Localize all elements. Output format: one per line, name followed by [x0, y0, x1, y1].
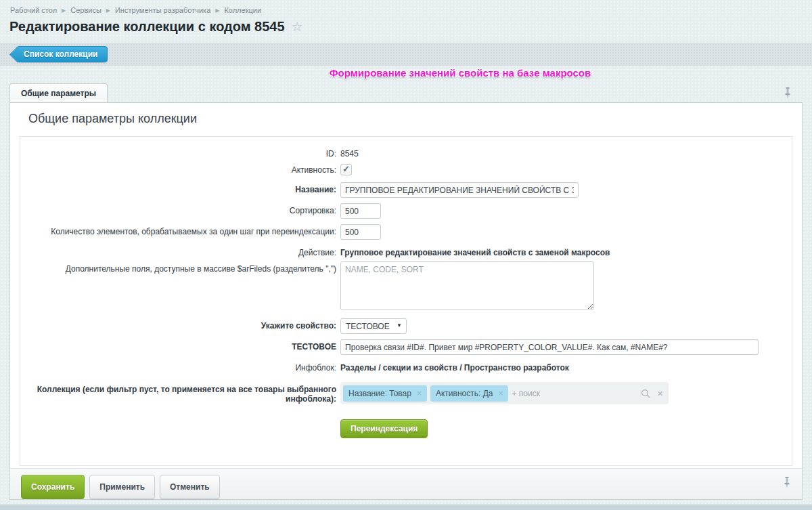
apply-button[interactable]: Применить: [89, 475, 155, 499]
property-select-wrap: ТЕСТОВОЕ: [340, 318, 407, 334]
edit-form-body: Общие параметры коллекции ID: 8545 Актив…: [10, 103, 802, 469]
sort-input[interactable]: [340, 203, 381, 219]
form-row-extra-fields: Дополнительные поля, доступные в массиве…: [20, 261, 792, 313]
save-button[interactable]: Сохранить: [21, 475, 85, 499]
filter-search-placeholder[interactable]: + поиск: [512, 389, 539, 398]
test-property-input[interactable]: [340, 339, 759, 355]
action-value: Групповое редактирование значений свойст…: [340, 245, 610, 257]
collection-list-button[interactable]: Список коллекции: [16, 46, 108, 62]
page-title: Редактирование коллекции с кодом 8545: [9, 19, 285, 35]
name-input[interactable]: [340, 182, 579, 198]
reindex-button[interactable]: Переиндексация: [340, 419, 428, 438]
tab-general-parameters[interactable]: Общие параметры: [9, 83, 108, 102]
form-footer: Сохранить Применить Отменить: [10, 468, 802, 499]
iblock-value: Разделы / секции из свойств / Пространст…: [340, 360, 569, 373]
action-label: Действие:: [20, 245, 340, 257]
id-value: 8545: [340, 146, 359, 158]
form-row-step: Количество элементов, обрабатываемых за …: [20, 224, 792, 240]
pin-icon[interactable]: [784, 87, 792, 102]
collection-filter-label: Коллекция (если фильтр пуст, то применяе…: [20, 382, 340, 404]
page-bottom-strip: [0, 505, 812, 510]
form-row-active: Активность:: [20, 163, 792, 178]
name-label: Название:: [20, 182, 340, 194]
filter-tag-label: Активность: Да: [436, 389, 493, 398]
form-row-collection-filter: Коллекция (если фильтр пуст, то применяе…: [20, 382, 792, 404]
active-checkbox[interactable]: [340, 164, 352, 175]
form-row-reindex: Переиндексация: [20, 419, 792, 438]
sort-label: Сортировка:: [20, 203, 340, 215]
section-title: Общие параметры коллекции: [20, 112, 792, 126]
macro-note-text: Формирование значений свойств на базе ма…: [330, 67, 591, 79]
page-header: Редактирование коллекции с кодом 8545 ☆: [0, 14, 812, 35]
form-row-test-property: ТЕСТОВОЕ: [20, 339, 792, 355]
breadcrumb-separator-icon: ▶: [62, 7, 66, 14]
tag-remove-icon[interactable]: ×: [498, 389, 503, 398]
filter-tag[interactable]: Активность: Да ×: [430, 385, 509, 402]
extra-fields-label: Дополнительные поля, доступные в массиве…: [20, 261, 340, 274]
form-row-name: Название:: [20, 182, 792, 198]
form-row-action: Действие: Групповое редактирование значе…: [20, 245, 792, 257]
breadcrumb-item-collections[interactable]: Коллекции: [224, 6, 261, 14]
step-input[interactable]: [340, 224, 381, 240]
form-row-iblock: Инфоблок: Разделы / секции из свойств / …: [20, 360, 792, 373]
property-select-label: Укажите свойство:: [20, 318, 340, 331]
pin-icon[interactable]: [783, 477, 791, 492]
edit-form-card: Общие параметры коллекции ID: 8545 Актив…: [9, 102, 803, 500]
reindex-spacer: [20, 419, 340, 422]
breadcrumb-item-services[interactable]: Сервисы: [70, 6, 102, 14]
collection-list-button-label: Список коллекции: [24, 49, 97, 59]
form-row-property-select: Укажите свойство: ТЕСТОВОЕ: [20, 318, 792, 334]
active-label: Активность:: [20, 163, 340, 175]
context-toolbar: Список коллекции: [0, 43, 812, 66]
filter-tag-label: Название: Товар: [348, 389, 411, 398]
breadcrumb-item-devtools[interactable]: Инструменты разработчика: [115, 6, 210, 14]
tagbox-actions: ×: [641, 387, 663, 399]
cancel-button[interactable]: Отменить: [160, 475, 220, 499]
search-icon[interactable]: [641, 389, 650, 398]
breadcrumb-separator-icon: ▶: [215, 7, 219, 14]
form-row-sort: Сортировка:: [20, 203, 792, 219]
test-property-label: ТЕСТОВОЕ: [20, 339, 340, 352]
form-fieldset: ID: 8545 Активность: Название: Сортировк…: [20, 136, 792, 466]
iblock-label: Инфоблок:: [20, 360, 340, 373]
note-row: Формирование значений свойств на базе ма…: [0, 67, 812, 83]
breadcrumb-separator-icon: ▶: [106, 7, 110, 14]
id-label: ID:: [20, 146, 340, 158]
tag-remove-icon[interactable]: ×: [417, 389, 422, 398]
favorite-star-icon[interactable]: ☆: [292, 20, 303, 33]
breadcrumb-item-desktop[interactable]: Рабочий стол: [10, 6, 57, 14]
clear-filter-icon[interactable]: ×: [657, 387, 663, 399]
form-row-id: ID: 8545: [20, 146, 792, 158]
breadcrumb: Рабочий стол ▶ Сервисы ▶ Инструменты раз…: [0, 0, 812, 14]
collection-filter-tagbox[interactable]: Название: Товар × Активность: Да × + пои…: [340, 382, 669, 404]
step-label: Количество элементов, обрабатываемых за …: [20, 224, 340, 236]
property-select[interactable]: ТЕСТОВОЕ: [340, 318, 407, 334]
filter-tag[interactable]: Название: Товар ×: [343, 385, 427, 402]
tab-bar: Общие параметры: [0, 83, 812, 102]
extra-fields-textarea[interactable]: [340, 261, 594, 310]
